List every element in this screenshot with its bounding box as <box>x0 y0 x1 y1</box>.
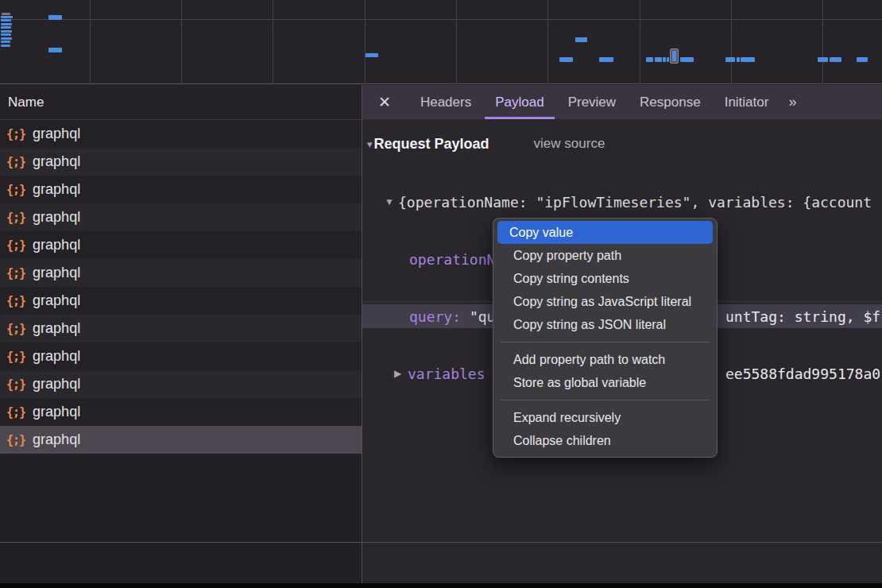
table-row[interactable]: {;}graphql <box>0 315 362 342</box>
request-timing-bar[interactable] <box>741 57 755 62</box>
timeline-gridline <box>0 19 882 20</box>
table-row[interactable]: {;}graphql <box>0 426 362 454</box>
request-timing-bar[interactable] <box>1 44 10 47</box>
table-row[interactable]: {;}graphql <box>0 259 362 287</box>
network-overview-timeline[interactable] <box>0 0 882 84</box>
context-menu: Copy valueCopy property pathCopy string … <box>493 218 718 458</box>
menu-item-copy-string-as-javascript-literal[interactable]: Copy string as JavaScript literal <box>497 290 713 313</box>
menu-item-store-as-global-variable[interactable]: Store as global variable <box>497 371 713 394</box>
request-name-label: graphql <box>33 431 80 448</box>
table-row[interactable]: {;}graphql <box>0 370 362 398</box>
table-row[interactable]: {;}graphql <box>0 398 362 426</box>
tab-preview[interactable]: Preview <box>558 85 626 119</box>
table-row[interactable]: {;}graphql <box>0 231 362 259</box>
json-braces-icon: {;} <box>6 127 25 141</box>
window-bottom-edge <box>0 583 882 588</box>
request-timing-bar[interactable] <box>575 37 587 42</box>
request-timing-bar[interactable] <box>725 57 735 62</box>
json-braces-icon: {;} <box>6 294 25 308</box>
json-braces-icon: {;} <box>6 350 25 364</box>
request-timing-bar[interactable] <box>680 57 694 62</box>
expanded-triangle-icon[interactable]: ▼ <box>385 196 398 207</box>
request-name-label: graphql <box>33 209 80 226</box>
request-timing-bar[interactable] <box>366 53 378 57</box>
table-row[interactable]: {;}graphql <box>0 342 362 370</box>
panel-splitter[interactable] <box>362 85 362 583</box>
menu-item-copy-string-as-json-literal[interactable]: Copy string as JSON literal <box>497 313 713 336</box>
tree-row-root[interactable]: ▼{operationName: "ipFlowTimeseries", var… <box>362 190 882 214</box>
request-timing-bar[interactable] <box>2 13 10 15</box>
timeline-gridline <box>640 0 640 84</box>
table-row[interactable]: {;}graphql <box>0 287 362 315</box>
request-timing-bar[interactable] <box>599 57 613 62</box>
table-row[interactable]: {;}graphql <box>0 203 362 231</box>
more-tabs-icon[interactable]: » <box>788 94 795 110</box>
collapsed-triangle-icon[interactable]: ▶ <box>394 368 408 379</box>
root-preview: {operationName: "ipFlowTimeseries", vari… <box>398 194 872 211</box>
request-rows: {;}graphql{;}graphql{;}graphql{;}graphql… <box>0 120 362 454</box>
request-timing-bar[interactable] <box>1 19 11 21</box>
tab-response[interactable]: Response <box>629 85 711 119</box>
request-name-label: graphql <box>33 126 80 142</box>
request-timing-bar[interactable] <box>818 57 828 62</box>
request-timing-bar[interactable] <box>857 57 868 62</box>
request-list-panel: Name {;}graphql{;}graphql{;}graphql{;}gr… <box>0 85 362 583</box>
request-timing-bar[interactable] <box>559 57 573 62</box>
timeline-gridline <box>731 0 732 84</box>
json-braces-icon: {;} <box>6 322 25 336</box>
menu-item-collapse-children[interactable]: Collapse children <box>497 429 713 452</box>
request-timing-bar[interactable] <box>1 16 13 18</box>
close-icon[interactable]: ✕ <box>378 93 391 111</box>
tab-payload[interactable]: Payload <box>485 85 554 119</box>
request-timing-bar[interactable] <box>663 57 666 62</box>
section-title: Request Payload <box>374 136 489 153</box>
column-header-name[interactable]: Name <box>0 85 362 120</box>
detail-tabs: HeadersPayloadPreviewResponseInitiator <box>408 85 780 119</box>
menu-item-copy-property-path[interactable]: Copy property path <box>497 244 713 267</box>
request-timing-bar[interactable] <box>1 30 12 33</box>
tab-headers[interactable]: Headers <box>410 85 482 119</box>
menu-divider <box>501 342 710 342</box>
request-name-label: graphql <box>33 237 80 253</box>
request-name-label: graphql <box>33 348 80 365</box>
menu-item-copy-value[interactable]: Copy value <box>497 221 713 244</box>
tab-initiator[interactable]: Initiator <box>714 85 779 119</box>
request-timing-bar[interactable] <box>737 57 740 62</box>
request-timing-bar[interactable] <box>1 26 11 29</box>
table-row[interactable]: {;}graphql <box>0 120 362 148</box>
view-source-link[interactable]: view source <box>534 136 605 152</box>
request-timing-bar[interactable] <box>1 41 10 43</box>
detail-tabbar: ✕ HeadersPayloadPreviewResponseInitiator… <box>362 85 882 119</box>
menu-item-copy-string-contents[interactable]: Copy string contents <box>497 267 713 290</box>
request-name-label: graphql <box>33 292 80 309</box>
menu-item-expand-recursively[interactable]: Expand recursively <box>497 406 713 429</box>
request-timing-bar[interactable] <box>1 23 12 25</box>
property-key: variables <box>408 366 485 382</box>
request-timing-bar[interactable] <box>830 57 841 62</box>
request-timing-bar[interactable] <box>646 57 653 62</box>
collapse-triangle-icon[interactable]: ▾ <box>367 138 373 150</box>
request-timing-bar[interactable] <box>655 57 662 62</box>
json-braces-icon: {;} <box>6 155 25 169</box>
request-timing-bar[interactable] <box>1 37 12 40</box>
json-braces-icon: {;} <box>6 183 25 197</box>
request-payload-section-header[interactable]: ▾ Request Payload view source <box>362 131 882 157</box>
timeline-gridline <box>181 0 182 84</box>
json-braces-icon: {;} <box>6 405 25 420</box>
property-key: query: <box>409 308 461 325</box>
json-braces-icon: {;} <box>6 211 25 225</box>
request-timing-bar[interactable] <box>48 48 62 52</box>
request-timing-bar[interactable] <box>1 33 11 36</box>
table-row[interactable]: {;}graphql <box>0 148 362 176</box>
request-timing-bar[interactable] <box>667 57 669 62</box>
request-name-label: graphql <box>33 265 80 281</box>
summary-bar-divider <box>0 542 882 543</box>
property-value-fragment: ee5588fdad995178a0 <box>725 362 880 385</box>
menu-item-add-property-path-to-watch[interactable]: Add property path to watch <box>497 348 713 371</box>
json-braces-icon: {;} <box>6 433 25 447</box>
table-row[interactable]: {;}graphql <box>0 176 362 203</box>
request-name-label: graphql <box>33 153 80 170</box>
request-timing-bar[interactable] <box>48 15 62 20</box>
json-braces-icon: {;} <box>6 266 25 280</box>
devtools-network-panel: Name {;}graphql{;}graphql{;}graphql{;}gr… <box>0 0 882 588</box>
